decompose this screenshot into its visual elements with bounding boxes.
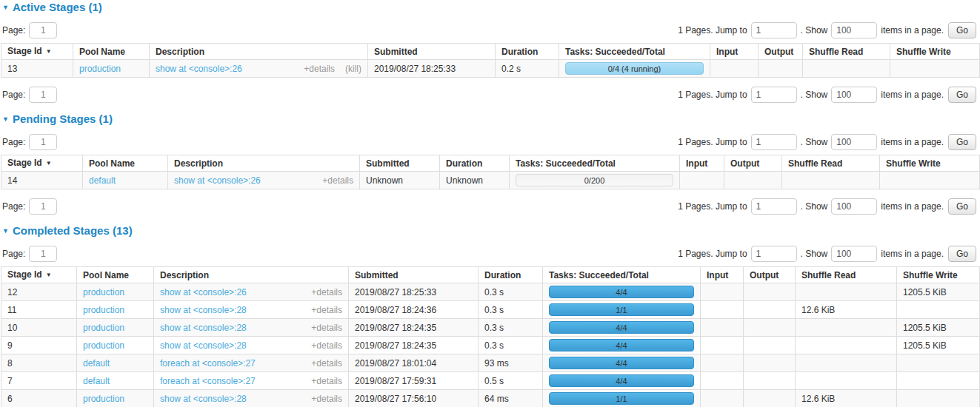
items-per-page-text: items in a page.	[881, 249, 944, 259]
description-cell: foreach at <console>:27+details	[154, 354, 349, 372]
page-number-input[interactable]	[29, 87, 57, 103]
pool-name-link[interactable]: default	[83, 376, 110, 386]
column-header-submitted[interactable]: Submitted	[368, 44, 496, 60]
column-header-shuffle-write[interactable]: Shuffle Write	[880, 155, 980, 172]
pool-name-link[interactable]: production	[79, 64, 121, 74]
show-items-input[interactable]	[831, 246, 877, 262]
details-toggle-link[interactable]: +details	[311, 340, 342, 351]
stage-description-link[interactable]: show at <console>:28	[160, 394, 247, 404]
tasks-progress-bar: 1/1	[549, 392, 694, 405]
details-toggle-link[interactable]: +details	[311, 358, 342, 369]
input-cell	[680, 172, 724, 189]
details-toggle-link[interactable]: +details	[311, 394, 342, 404]
column-header-pool-name[interactable]: Pool Name	[83, 155, 168, 172]
show-items-input[interactable]	[831, 198, 877, 215]
column-header-stage-id[interactable]: Stage Id▼	[1, 267, 77, 283]
column-header-output[interactable]: Output	[759, 44, 803, 60]
details-toggle-link[interactable]: +details	[304, 64, 335, 74]
column-header-stage-id[interactable]: Stage Id▼	[1, 44, 73, 60]
stage-description-link[interactable]: show at <console>:28	[160, 323, 247, 333]
tasks-progress-cell: 1/1	[543, 301, 701, 319]
show-items-input[interactable]	[831, 22, 877, 38]
column-header-duration[interactable]: Duration	[496, 44, 559, 60]
column-header-input[interactable]: Input	[710, 44, 759, 60]
page-number-input[interactable]	[29, 22, 57, 38]
pool-name-link[interactable]: default	[89, 175, 116, 186]
jump-to-input[interactable]	[751, 22, 797, 38]
column-header-shuffle-read[interactable]: Shuffle Read	[796, 267, 897, 283]
column-header-tasks-succeeded-total[interactable]: Tasks: Succeeded/Total	[543, 267, 701, 283]
pool-name-cell: production	[77, 283, 154, 301]
go-button[interactable]: Go	[948, 246, 976, 262]
show-label: . Show	[801, 201, 828, 212]
column-header-shuffle-read[interactable]: Shuffle Read	[782, 155, 880, 172]
details-toggle-link[interactable]: +details	[311, 305, 342, 315]
details-toggle-link[interactable]: +details	[311, 376, 342, 386]
column-header-description[interactable]: Description	[150, 44, 368, 60]
stage-description-link[interactable]: show at <console>:28	[160, 305, 247, 315]
show-items-input[interactable]	[831, 134, 877, 150]
kill-stage-link[interactable]: (kill)	[345, 64, 361, 74]
stage-description-link[interactable]: foreach at <console>:27	[160, 358, 256, 369]
pool-name-link[interactable]: production	[83, 394, 124, 404]
sort-indicator-icon: ▼	[46, 272, 52, 278]
section-header-completed-stages[interactable]: ▼Completed Stages (13)	[2, 225, 979, 237]
column-header-tasks-succeeded-total[interactable]: Tasks: Succeeded/Total	[559, 44, 710, 60]
stage-description-link[interactable]: foreach at <console>:27	[160, 376, 256, 386]
pool-name-link[interactable]: production	[83, 287, 124, 297]
stage-description-link[interactable]: show at <console>:26	[160, 287, 247, 297]
column-header-description[interactable]: Description	[154, 267, 349, 283]
column-header-output[interactable]: Output	[744, 267, 796, 283]
go-button[interactable]: Go	[948, 87, 976, 103]
description-cell: show at <console>:28+details	[154, 301, 349, 319]
section-header-active-stages[interactable]: ▼Active Stages (1)	[2, 1, 979, 13]
pool-name-link[interactable]: default	[83, 358, 110, 369]
page-number-input[interactable]	[29, 246, 57, 262]
column-header-tasks-succeeded-total[interactable]: Tasks: Succeeded/Total	[510, 155, 680, 172]
stage-description-link[interactable]: show at <console>:28	[160, 340, 247, 351]
stage-id-cell: 14	[1, 172, 83, 189]
column-header-shuffle-write[interactable]: Shuffle Write	[890, 44, 980, 60]
details-toggle-link[interactable]: +details	[322, 175, 353, 186]
pagination-bar: Page: 1 Pages. Jump to . Show items in a…	[1, 87, 979, 103]
show-label: . Show	[801, 90, 828, 100]
show-items-input[interactable]	[831, 87, 877, 103]
pool-name-link[interactable]: production	[83, 340, 124, 351]
pool-name-link[interactable]: production	[83, 323, 124, 333]
go-button[interactable]: Go	[948, 198, 976, 215]
shuffle-write-cell: 1205.5 KiB	[897, 319, 980, 337]
column-header-output[interactable]: Output	[724, 155, 782, 172]
shuffle-read-cell: 12.6 KiB	[796, 390, 897, 407]
page-number-input[interactable]	[29, 198, 57, 215]
column-header-submitted[interactable]: Submitted	[360, 155, 440, 172]
column-header-pool-name[interactable]: Pool Name	[77, 267, 154, 283]
column-header-duration[interactable]: Duration	[440, 155, 510, 172]
page-number-input[interactable]	[29, 134, 57, 150]
section-header-pending-stages[interactable]: ▼Pending Stages (1)	[2, 113, 979, 125]
jump-to-input[interactable]	[751, 246, 797, 262]
go-button[interactable]: Go	[948, 134, 976, 150]
pending-stages-table: Stage Id▼Pool NameDescriptionSubmittedDu…	[1, 155, 980, 189]
column-header-input[interactable]: Input	[701, 267, 744, 283]
jump-to-input[interactable]	[751, 198, 797, 215]
stage-description-link[interactable]: show at <console>:26	[156, 64, 242, 74]
column-header-stage-id[interactable]: Stage Id▼	[1, 155, 83, 172]
jump-to-input[interactable]	[751, 134, 797, 150]
jump-to-input[interactable]	[751, 87, 797, 103]
column-header-shuffle-read[interactable]: Shuffle Read	[803, 44, 890, 60]
pool-name-link[interactable]: production	[83, 305, 124, 315]
column-header-pool-name[interactable]: Pool Name	[73, 44, 150, 60]
details-toggle-link[interactable]: +details	[311, 323, 342, 333]
details-toggle-link[interactable]: +details	[311, 287, 342, 297]
column-header-shuffle-write[interactable]: Shuffle Write	[897, 267, 980, 283]
output-cell	[744, 301, 796, 319]
show-label: . Show	[801, 25, 828, 36]
output-cell	[744, 354, 796, 372]
stage-description-link[interactable]: show at <console>:26	[174, 175, 261, 186]
column-header-submitted[interactable]: Submitted	[349, 267, 479, 283]
output-cell	[744, 319, 796, 337]
column-header-duration[interactable]: Duration	[479, 267, 543, 283]
column-header-input[interactable]: Input	[680, 155, 724, 172]
column-header-description[interactable]: Description	[168, 155, 360, 172]
go-button[interactable]: Go	[948, 22, 976, 38]
